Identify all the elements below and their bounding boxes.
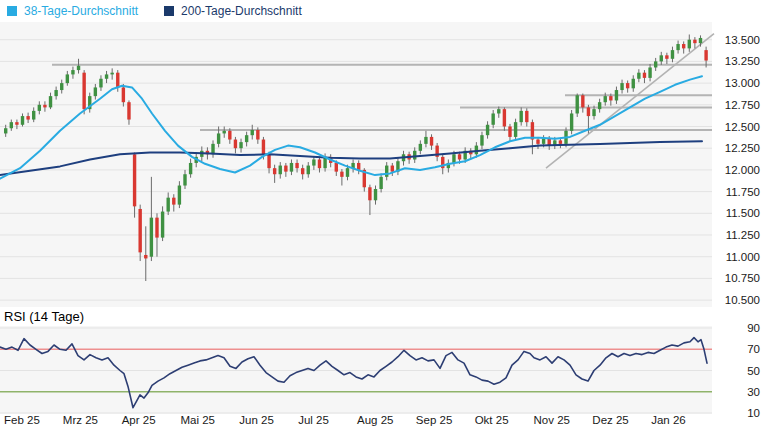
svg-text:30: 30 [747, 386, 760, 398]
ma38-swatch-icon [7, 6, 17, 16]
ma200-legend-label: 200-Tage-Durchschnitt [181, 5, 302, 17]
legend-item-ma200: 200-Tage-Durchschnitt [164, 5, 302, 17]
svg-text:11.000: 11.000 [726, 251, 760, 263]
svg-text:Feb 25: Feb 25 [4, 414, 40, 426]
stock-chart-widget: 38-Tage-Durchschnitt 200-Tage-Durchschni… [0, 0, 765, 430]
svg-text:12.250: 12.250 [725, 142, 760, 154]
rsi-axis-labels: 9070503010 [747, 322, 760, 419]
svg-text:70: 70 [747, 343, 760, 355]
x-axis-labels: Feb 25Mrz 25Apr 25Mai 25Jun 25Jul 25Aug … [4, 414, 686, 426]
svg-text:11.750: 11.750 [726, 186, 760, 198]
svg-text:Jan 26: Jan 26 [651, 414, 686, 426]
ma200-swatch-icon [164, 6, 174, 16]
svg-text:13.000: 13.000 [725, 77, 760, 89]
svg-text:12.750: 12.750 [725, 99, 760, 111]
svg-text:Dez 25: Dez 25 [592, 414, 628, 426]
legend-item-ma38: 38-Tage-Durchschnitt [7, 5, 138, 17]
svg-text:90: 90 [747, 322, 760, 334]
svg-text:12.000: 12.000 [725, 164, 760, 176]
svg-text:13.500: 13.500 [725, 34, 760, 46]
svg-text:Sep 25: Sep 25 [416, 414, 452, 426]
svg-text:11.250: 11.250 [726, 229, 760, 241]
svg-text:11.500: 11.500 [726, 207, 760, 219]
svg-text:Nov 25: Nov 25 [534, 414, 570, 426]
svg-text:10.500: 10.500 [725, 294, 760, 306]
svg-text:Mrz 25: Mrz 25 [63, 414, 98, 426]
ma38-legend-label: 38-Tage-Durchschnitt [24, 5, 138, 17]
svg-text:10: 10 [747, 407, 760, 419]
price-axis-labels: 13.75013.50013.25013.00012.75012.50012.2… [725, 12, 760, 306]
svg-text:Mai 25: Mai 25 [181, 414, 216, 426]
svg-text:Jun 25: Jun 25 [239, 414, 274, 426]
svg-text:Apr 25: Apr 25 [122, 414, 156, 426]
svg-text:10.750: 10.750 [725, 272, 760, 284]
svg-text:50: 50 [747, 365, 760, 377]
chart-legend: 38-Tage-Durchschnitt 200-Tage-Durchschni… [0, 0, 765, 22]
svg-text:Aug 25: Aug 25 [357, 414, 393, 426]
rsi-panel-title: RSI (14 Tage) [4, 309, 84, 324]
svg-text:Jul 25: Jul 25 [298, 414, 329, 426]
svg-text:13.250: 13.250 [725, 55, 760, 67]
price-rsi-chart[interactable]: 13.75013.50013.25013.00012.75012.50012.2… [0, 0, 765, 430]
svg-text:Okt 25: Okt 25 [475, 414, 509, 426]
svg-text:12.500: 12.500 [725, 121, 760, 133]
